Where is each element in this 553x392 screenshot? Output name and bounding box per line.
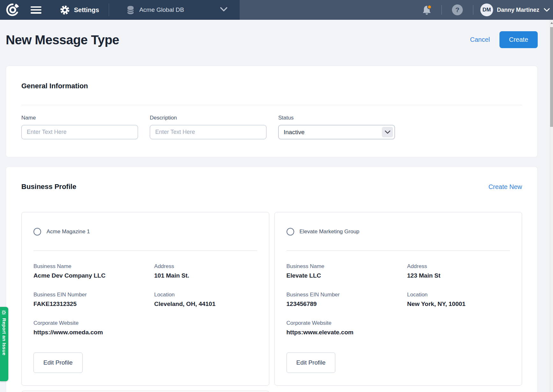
business-profile-header: Business Profile Create New	[21, 183, 522, 191]
general-information-card: General Information Name Description Sta…	[6, 66, 538, 157]
vertical-scrollbar[interactable]	[550, 20, 553, 392]
field-label: Business Name	[33, 263, 154, 270]
header-divider	[109, 4, 109, 16]
field-value: https://www.omeda.com	[33, 328, 154, 337]
edit-profile-button[interactable]: Edit Profile	[287, 352, 336, 373]
profile-field: Business Name Acme Dev Company LLC	[33, 263, 154, 280]
profile-field: Business Name Elevate LLC	[287, 263, 407, 280]
profile-field: Location New York, NY, 10001	[407, 291, 510, 308]
database-icon	[127, 6, 134, 14]
chevron-down-icon	[544, 8, 550, 12]
topbar-left-section: Settings Acme Global DB	[0, 0, 240, 20]
database-selector[interactable]: Acme Global DB	[127, 6, 228, 14]
radio-button[interactable]	[33, 228, 41, 236]
next-profile-card-partial	[21, 391, 269, 392]
notifications-button[interactable]	[422, 4, 433, 15]
avatar: DM	[480, 4, 493, 16]
create-new-link[interactable]: Create New	[488, 183, 522, 191]
field-label: Business EIN Number	[33, 291, 154, 298]
profile-field: Corporate Website https:www.elevate.com	[287, 320, 407, 337]
edit-profile-button[interactable]: Edit Profile	[33, 352, 83, 373]
name-field-group: Name	[21, 115, 138, 139]
database-name: Acme Global DB	[139, 6, 184, 13]
profile-radio-option[interactable]: Elevate Marketing Group	[287, 228, 510, 236]
field-label: Corporate Website	[33, 320, 154, 327]
profile-field: Corporate Website https://www.omeda.com	[33, 320, 154, 337]
profile-divider	[287, 250, 510, 251]
field-value: https:www.elevate.com	[287, 328, 407, 337]
scrollbar-thumb[interactable]	[550, 27, 553, 127]
status-label: Status	[278, 115, 395, 121]
field-value: Elevate LLC	[287, 272, 407, 280]
notification-badge	[427, 5, 431, 9]
profile-radio-option[interactable]: Acme Magazine 1	[33, 228, 257, 236]
field-label: Business Name	[287, 263, 407, 270]
chevron-down-icon	[220, 7, 228, 13]
status-selected-value: Inactive	[284, 129, 304, 136]
field-label: Address	[407, 263, 510, 270]
business-profile-option-card: Elevate Marketing Group Business Name El…	[274, 212, 522, 386]
cancel-button[interactable]: Cancel	[470, 36, 490, 43]
field-value: 123456789	[287, 300, 407, 308]
app-logo-icon	[6, 3, 20, 17]
report-an-issue-label: Report an Issue	[2, 318, 7, 355]
topbar-right-section: ? DM Danny Martinez	[240, 0, 553, 20]
profile-field: Business EIN Number 123456789	[287, 291, 407, 308]
profile-divider	[33, 250, 257, 251]
bug-icon	[2, 310, 7, 315]
header-divider	[441, 5, 442, 15]
business-profile-heading: Business Profile	[21, 183, 76, 191]
create-button[interactable]: Create	[499, 31, 538, 48]
avatar-initials: DM	[483, 7, 491, 13]
business-profile-option-card: Acme Magazine 1 Business Name Acme Dev C…	[21, 212, 269, 386]
profile-field: Business EIN Number FAKE12312325	[33, 291, 154, 308]
scrollbar-up-arrow[interactable]	[550, 22, 553, 24]
report-an-issue-tab[interactable]: Report an Issue	[0, 307, 8, 381]
field-label: Location	[407, 291, 510, 298]
profile-fields: Business Name Acme Dev Company LLC Addre…	[33, 263, 257, 337]
business-profiles-grid: Acme Magazine 1 Business Name Acme Dev C…	[21, 212, 522, 386]
header-divider	[473, 5, 473, 15]
question-mark-icon: ?	[455, 6, 460, 14]
settings-label: Settings	[74, 6, 99, 14]
page-title: New Message Type	[6, 32, 119, 48]
description-field-group: Description	[150, 115, 266, 139]
profile-fields: Business Name Elevate LLC Address 123 Ma…	[287, 263, 510, 337]
profile-field: Address 123 Main St	[407, 263, 510, 280]
section-divider	[21, 105, 522, 105]
top-navigation-bar: Settings Acme Global DB	[0, 0, 553, 20]
field-label: Location	[154, 291, 257, 298]
field-value: Acme Dev Company LLC	[33, 272, 154, 280]
description-input[interactable]	[150, 125, 266, 139]
help-button[interactable]: ?	[452, 4, 463, 15]
hamburger-bar	[31, 9, 41, 11]
profile-radio-label: Elevate Marketing Group	[300, 229, 360, 235]
field-value: 123 Main St	[407, 272, 510, 280]
status-select[interactable]: Inactive	[278, 125, 395, 139]
general-information-heading: General Information	[21, 82, 522, 90]
name-input[interactable]	[21, 125, 138, 139]
business-profile-card: Business Profile Create New Acme Magazin…	[6, 166, 538, 392]
profile-field: Location Cleveland, OH, 44101	[154, 291, 257, 308]
status-field-group: Status Inactive	[278, 115, 395, 139]
gear-icon	[60, 5, 70, 15]
radio-button[interactable]	[287, 228, 294, 236]
page-header: New Message Type Cancel Create	[6, 31, 538, 48]
general-information-form: Name Description Status Inactive	[21, 115, 522, 139]
profile-radio-label: Acme Magazine 1	[47, 229, 90, 235]
field-value: 101 Main St.	[154, 272, 257, 280]
settings-menu-item[interactable]: Settings	[60, 5, 99, 15]
profile-field: Address 101 Main St.	[154, 263, 257, 280]
hamburger-bar	[31, 12, 41, 14]
field-value: Cleveland, OH, 44101	[154, 300, 257, 308]
main-content: New Message Type Cancel Create General I…	[6, 31, 538, 392]
name-label: Name	[21, 115, 138, 121]
page-actions: Cancel Create	[470, 31, 538, 48]
field-label: Address	[154, 263, 257, 270]
field-value: New York, NY, 10001	[407, 300, 510, 308]
hamburger-menu-icon[interactable]	[31, 6, 41, 14]
select-chevron-box	[382, 127, 393, 137]
chevron-down-icon	[385, 130, 390, 134]
user-menu[interactable]: DM Danny Martinez	[480, 4, 550, 16]
hamburger-bar	[31, 6, 41, 8]
